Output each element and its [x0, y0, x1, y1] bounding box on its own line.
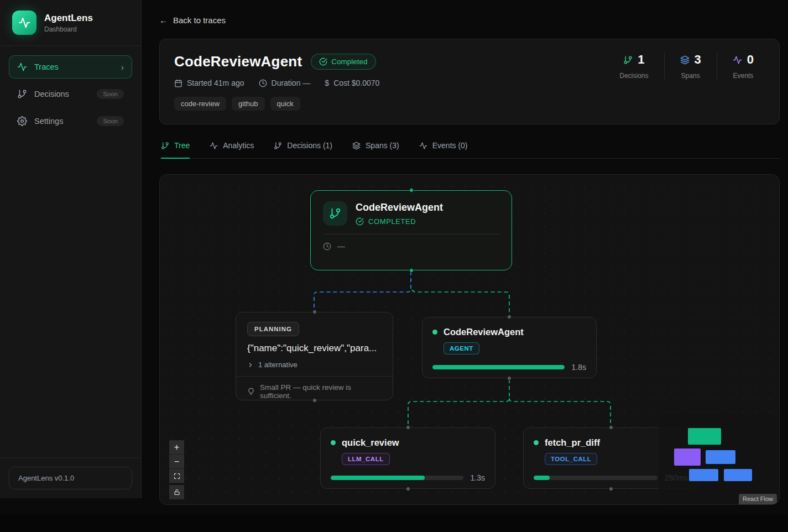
sidebar-item-settings[interactable]: Settings Soon	[9, 109, 132, 133]
tab-label: Analytics	[223, 141, 254, 150]
dollar-icon: $	[325, 79, 329, 87]
sidebar-item-label: Traces	[34, 62, 59, 71]
layers-icon	[680, 55, 690, 65]
flow-node-planning[interactable]: PLANNING {"name":"quick_review","para...…	[236, 312, 393, 400]
fit-view-button[interactable]	[169, 469, 184, 483]
sidebar-item-traces[interactable]: Traces ›	[9, 55, 132, 79]
span-type-badge: AGENT	[443, 342, 479, 354]
stat-label: Events	[733, 72, 754, 80]
sidebar-footer: AgentLens v0.1.0	[0, 457, 141, 498]
span-duration: 1.3s	[471, 473, 485, 482]
git-branch-icon	[161, 142, 169, 150]
flow-canvas[interactable]: CodeReviewAgent COMPLETED —	[159, 174, 780, 505]
minimap-node-agent	[706, 450, 735, 464]
duration-bar	[534, 476, 657, 480]
stat-value: 1	[638, 53, 644, 67]
trace-tabs: Tree Analytics Decisions (1) Spans (3)	[159, 141, 780, 159]
flow-node-quick-review[interactable]: quick_review LLM_CALL 1.3s	[320, 427, 495, 489]
node-handle	[507, 315, 512, 319]
tab-label: Tree	[174, 141, 190, 150]
chevron-right-icon: ›	[121, 62, 124, 72]
trace-title: CodeReviewAgent	[174, 53, 302, 70]
sidebar: AgentLens Dashboard Traces › Decisions S…	[0, 0, 142, 498]
back-to-traces-link[interactable]: ← Back to traces	[159, 15, 226, 25]
brand-name: AgentLens	[44, 13, 93, 24]
app-window: AgentLens Dashboard Traces › Decisions S…	[0, 0, 788, 514]
trace-meta-row: Started 41m ago Duration — $ Cost $0.007…	[174, 79, 765, 87]
activity-icon	[419, 142, 427, 150]
status-dot-icon	[331, 440, 336, 445]
react-flow-attribution[interactable]: React Flow	[739, 494, 777, 504]
stat-decisions: 1 Decisions	[604, 53, 664, 80]
trace-header-card: CodeReviewAgent Completed Started 41m ag…	[159, 39, 780, 124]
tab-decisions[interactable]: Decisions (1)	[274, 141, 332, 159]
tab-spans[interactable]: Spans (3)	[352, 141, 399, 159]
minimap-node-tool	[724, 469, 752, 481]
stat-label: Spans	[680, 72, 701, 80]
clock-icon	[259, 79, 267, 87]
zoom-out-button[interactable]: −	[169, 455, 184, 469]
layers-icon	[352, 142, 361, 150]
flow-node-root[interactable]: CodeReviewAgent COMPLETED —	[310, 190, 512, 270]
stat-label: Decisions	[619, 72, 648, 80]
node-handle	[312, 310, 317, 314]
lightbulb-icon	[247, 388, 255, 395]
zoom-in-button[interactable]: +	[169, 440, 184, 455]
flow-controls: + −	[169, 440, 184, 499]
tab-tree[interactable]: Tree	[161, 141, 190, 159]
tab-label: Spans (3)	[366, 141, 399, 150]
lock-interactivity-button[interactable]	[169, 485, 184, 499]
main-content: ← Back to traces CodeReviewAgent Complet…	[142, 0, 788, 514]
duration-bar	[432, 365, 565, 369]
tag: code-review	[174, 97, 226, 111]
node-handle	[409, 188, 414, 192]
check-circle-icon	[319, 58, 327, 66]
status-dot-icon	[534, 440, 539, 445]
status-badge-label: Completed	[331, 58, 367, 66]
stat-value: 3	[695, 53, 701, 67]
duration-meta: Duration —	[259, 79, 311, 87]
alternatives-toggle[interactable]: 1 alternative	[236, 354, 393, 369]
cost-meta: $ Cost $0.0070	[325, 79, 379, 87]
root-node-title: CodeReviewAgent	[356, 202, 443, 213]
brand-text: AgentLens Dashboard	[44, 13, 93, 33]
check-circle-icon	[356, 217, 364, 226]
started-text: Started 41m ago	[187, 79, 244, 87]
tab-analytics[interactable]: Analytics	[210, 141, 254, 159]
root-node-status: COMPLETED	[368, 217, 416, 226]
tab-label: Decisions (1)	[287, 141, 332, 150]
tab-events[interactable]: Events (0)	[419, 141, 468, 159]
brand-subtitle: Dashboard	[44, 25, 93, 33]
node-handle	[609, 425, 613, 430]
stat-events: 0 Events	[717, 53, 769, 80]
git-branch-icon	[274, 142, 282, 150]
span-title: quick_review	[342, 437, 399, 448]
span-title: CodeReviewAgent	[443, 327, 524, 337]
git-branch-icon	[17, 89, 27, 99]
back-link-label: Back to traces	[173, 15, 226, 25]
duration-bar	[331, 476, 463, 480]
activity-icon	[210, 142, 218, 150]
alternatives-label: 1 alternative	[258, 361, 298, 369]
node-handle	[409, 268, 414, 273]
soon-badge: Soon	[97, 89, 124, 99]
flow-minimap[interactable]	[659, 414, 779, 504]
status-dot-icon	[432, 330, 437, 335]
tags-row: code-review github quick	[174, 97, 765, 111]
span-title: fetch_pr_diff	[545, 437, 600, 448]
node-handle	[507, 376, 512, 380]
duration-text: Duration —	[272, 79, 311, 87]
activity-icon	[733, 55, 742, 65]
minimap-node-root	[688, 428, 721, 445]
span-type-badge: TOOL_CALL	[545, 453, 597, 465]
status-badge: Completed	[311, 54, 375, 70]
flow-node-agent-span[interactable]: CodeReviewAgent AGENT 1.8s	[422, 317, 597, 378]
brand-header: AgentLens Dashboard	[0, 0, 141, 46]
clock-icon	[323, 242, 331, 251]
planning-rationale: Small PR — quick review is sufficient.	[260, 383, 382, 400]
sidebar-item-decisions[interactable]: Decisions Soon	[9, 82, 132, 106]
span-duration: 1.8s	[572, 363, 586, 372]
node-handle	[406, 487, 410, 491]
planning-badge: PLANNING	[247, 322, 299, 336]
stat-value: 0	[747, 53, 754, 67]
